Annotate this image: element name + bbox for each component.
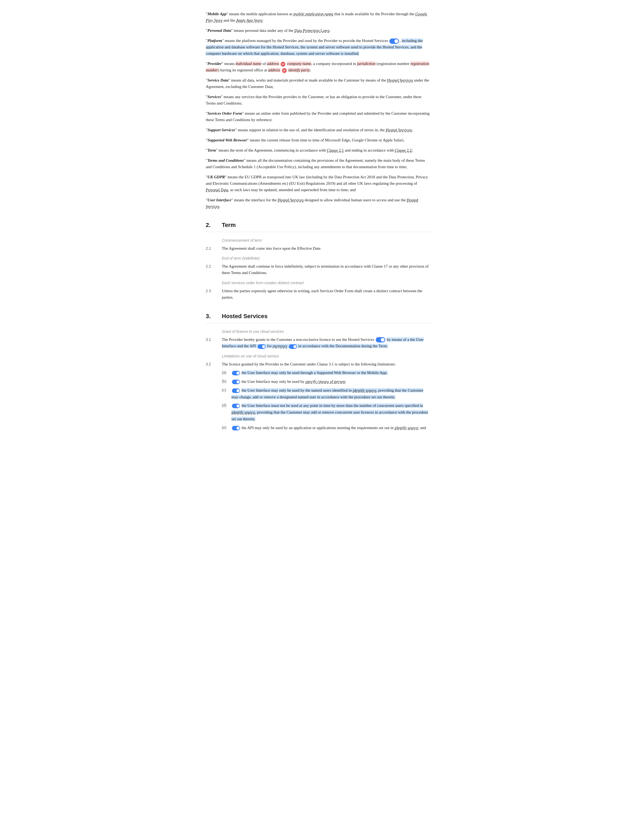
sub-clause-e-toggle[interactable]	[232, 426, 240, 430]
subheading-limitations: Limitations on use of cloud service	[222, 353, 430, 359]
section-3-title: Hosted Services	[222, 311, 268, 321]
definition-term: "Term" means the term of the Agreement, …	[206, 147, 430, 153]
sub-clause-d: (d) the User Interface must not be used …	[222, 403, 430, 422]
clause-3-1: 3.1 The Provider hereby grants to the Cu…	[206, 336, 430, 350]
definition-supported-web-browser: "Supported Web Browser" means the curren…	[206, 137, 430, 143]
clause-3-1-toggle-1[interactable]	[376, 337, 385, 343]
sub-clause-d-label: (d)	[222, 403, 231, 409]
term-user-interface: User Interface	[207, 198, 231, 202]
term-support-services: Support Services	[207, 128, 235, 132]
sub-clause-b-toggle[interactable]	[232, 380, 240, 384]
sub-clause-a-highlight: the User Interface may only be used thro…	[242, 371, 387, 375]
subheading-end-of-term: End of term (indefinite)	[222, 255, 430, 261]
clause-2-1-text: The Agreement shall come into force upon…	[222, 245, 430, 252]
definition-terms-and-conditions: "Terms and Conditions" means all the doc…	[206, 157, 430, 170]
sub-clause-b: (b) the User Interface may only be used …	[222, 378, 430, 385]
hosted-services-ref-2: Hosted Services	[386, 128, 411, 132]
sub-clause-e-text: the API may only be used by an applicati…	[231, 425, 430, 431]
provider-address-2: address	[268, 68, 280, 72]
subheading-distinct-contract: Each services order form creates distinc…	[222, 280, 430, 286]
sub-clause-d-highlight: the User Interface must not be used at a…	[231, 403, 428, 421]
clause-3-1-number: 3.1	[206, 336, 222, 343]
sub-clause-c-text: the User Interface may only be used by t…	[231, 387, 430, 401]
clause-3-2-text: The licence granted by the Provider to t…	[222, 361, 430, 433]
sub-clause-a-text: the User Interface may only be used thro…	[231, 369, 430, 376]
clause-2-1-number: 2.1	[206, 245, 222, 251]
sub-clause-e: (e) the API may only be used by an appli…	[222, 425, 430, 431]
sub-clause-d-toggle[interactable]	[232, 404, 240, 408]
term-uk-gdpr: UK GDPR	[207, 175, 225, 179]
term-mobile-app: Mobile App	[207, 12, 227, 16]
section-2-title: Term	[222, 220, 236, 230]
sub-clause-a-toggle[interactable]	[232, 371, 240, 375]
term-personal-data: Personal Data	[207, 28, 231, 33]
or-badge-2: or	[282, 68, 287, 73]
term-platform: Platform	[207, 38, 222, 43]
subheading-grant-licence: Grant of licence to use cloud services	[222, 328, 430, 335]
platform-toggle[interactable]	[389, 38, 399, 44]
definition-uk-gdpr: "UK GDPR" means the EU GDPR as transpose…	[206, 174, 430, 193]
clause-3-1-toggle-3[interactable]	[289, 344, 297, 349]
personal-data-ref: Personal Data	[206, 188, 228, 192]
sub-clause-c-highlight: the User Interface may only be used by t…	[231, 388, 423, 399]
provider-address-1: address	[267, 62, 279, 66]
term-services-order-form: Services Order Form	[207, 111, 242, 115]
definition-personal-data: "Personal Data" means personal data unde…	[206, 27, 430, 34]
definition-mobile-app: "Mobile App" means the mobile applicatio…	[206, 11, 430, 24]
clause-2-2-ref: Clause 2.2	[395, 148, 411, 152]
hosted-services-ref-4: Hosted Services	[206, 198, 418, 208]
provider-company-name: company name	[287, 62, 311, 66]
sub-clause-a-label: (a)	[222, 369, 231, 376]
term-provider: Provider	[207, 62, 222, 66]
term-terms-and-conditions: Terms and Conditions	[207, 158, 244, 163]
provider-jurisdiction: jurisdiction	[357, 62, 375, 66]
apple-app-store-ref: Apple App Store	[236, 18, 263, 22]
term-services: Services	[207, 95, 221, 99]
clause-3-2-number: 3.2	[206, 361, 222, 367]
clause-2-1-ref: Clause 2.1	[327, 148, 344, 152]
provider-individual-name: individual name	[235, 62, 261, 66]
section-3-number: 3.	[206, 311, 222, 321]
subheading-commencement: Commencement of term	[222, 237, 430, 243]
clause-2-2-text: The Agreement shall continue in force in…	[222, 263, 430, 276]
sub-clause-list: (a) the User Interface may only be used …	[222, 369, 430, 431]
sub-clause-c-label: (c)	[222, 387, 231, 393]
sub-clause-e-identify: identify source	[395, 426, 418, 430]
definition-service-data: "Service Data" means all data, works and…	[206, 77, 430, 90]
sub-clause-e-label: (e)	[222, 425, 231, 431]
section-2-number: 2.	[206, 220, 222, 230]
sub-clause-b-text: the User Interface may only be used by s…	[231, 378, 430, 385]
section-3-heading: 3. Hosted Services	[206, 311, 430, 323]
definition-services: "Services" means any services that the P…	[206, 93, 430, 106]
definition-user-interface: "User Interface" means the interface for…	[206, 197, 430, 210]
clause-2-3-number: 2.3	[206, 288, 222, 294]
definition-provider: "Provider" means individual name of addr…	[206, 60, 430, 73]
sub-clause-c-toggle[interactable]	[232, 388, 240, 393]
sub-clause-b-label: (b)	[222, 378, 231, 384]
data-protection-laws-ref: Data Protection Laws	[294, 28, 329, 33]
clause-3-1-highlight: by means of a the User Interface and the…	[222, 337, 423, 348]
clause-3-2: 3.2 The licence granted by the Provider …	[206, 361, 430, 433]
section-2-heading: 2. Term	[206, 220, 430, 232]
clause-2-3: 2.3 Unless the parties expressly agree o…	[206, 288, 430, 301]
clause-2-1: 2.1 The Agreement shall come into force …	[206, 245, 430, 252]
clause-2-2-number: 2.2	[206, 263, 222, 269]
term-service-data: Service Data	[207, 78, 228, 82]
sub-clause-c: (c) the User Interface may only be used …	[222, 387, 430, 401]
provider-identify-party: identify party	[288, 68, 310, 72]
term-supported-web-browser: Supported Web Browser	[207, 138, 247, 142]
or-badge-1: or	[280, 62, 285, 66]
clause-2-2: 2.2 The Agreement shall continue in forc…	[206, 263, 430, 276]
clause-2-3-text: Unless the parties expressly agree other…	[222, 288, 430, 301]
definition-services-order-form: "Services Order Form" means an online or…	[206, 110, 430, 123]
hosted-services-ref-3: Hosted Services	[278, 198, 304, 202]
clause-3-1-text: The Provider hereby grants to the Custom…	[222, 336, 430, 350]
clause-3-1-toggle-2[interactable]	[258, 344, 266, 349]
definition-platform: "Platform" means the platform managed by…	[206, 38, 430, 57]
definition-support-services: "Support Services" means support in rela…	[206, 127, 430, 133]
sub-clause-a: (a) the User Interface may only be used …	[222, 369, 430, 376]
sub-clause-d-text: the User Interface must not be used at a…	[231, 403, 430, 422]
sub-clause-b-specify: specify classes of person	[305, 379, 345, 384]
mobile-app-name-placeholder: mobile application name	[293, 12, 333, 16]
hosted-services-ref-1: Hosted Services	[387, 78, 413, 82]
